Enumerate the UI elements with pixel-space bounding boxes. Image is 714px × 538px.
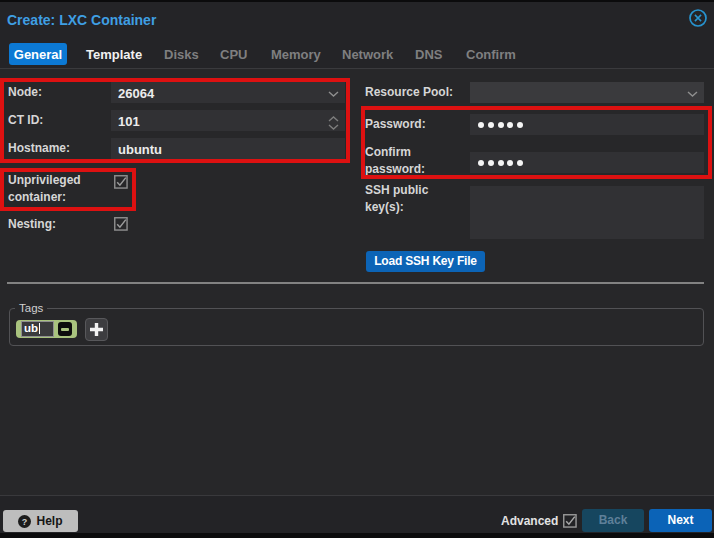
svg-text:?: ?	[22, 516, 28, 526]
